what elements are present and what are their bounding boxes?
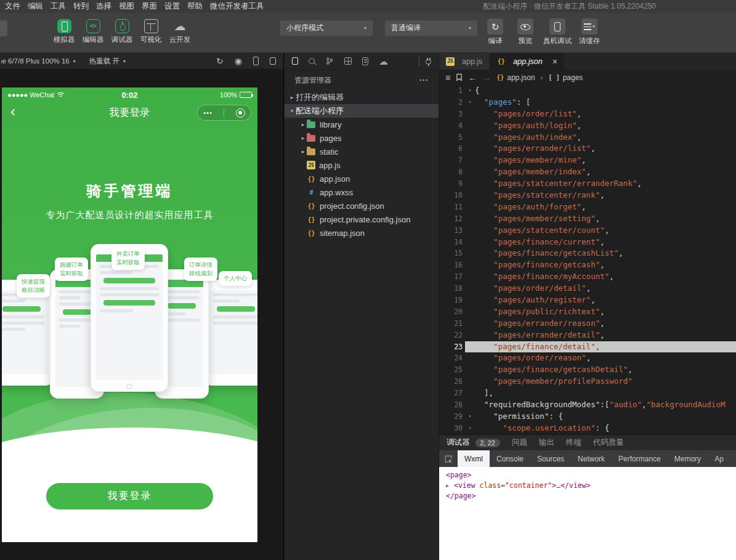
code-line[interactable]: 5 "pages/auth/index", <box>439 132 736 144</box>
menu-item[interactable]: 选择 <box>92 1 115 12</box>
capsule-menu[interactable]: ••• <box>197 105 251 121</box>
panel-tab-问题[interactable]: 问题 <box>512 437 527 448</box>
tool-debugger[interactable]: 调试器 <box>110 18 134 44</box>
plugin-icon[interactable] <box>426 58 431 64</box>
nav-back-icon[interactable]: ← <box>468 73 477 83</box>
code-line[interactable]: 2▾ "pages": [ <box>439 97 736 108</box>
menu-item[interactable]: 编辑 <box>24 1 47 12</box>
code-line[interactable]: 4 "pages/auth/login", <box>439 120 736 132</box>
screenshot-icon[interactable] <box>270 57 276 65</box>
code-line[interactable]: 20 "pages/public/richtext", <box>439 306 736 318</box>
tool-visual[interactable]: 可视化 <box>139 18 163 44</box>
tool-device-debug[interactable]: 真机调试 <box>543 18 572 46</box>
menu-item[interactable]: 文件 <box>1 1 24 12</box>
tree-section-配送端小程序[interactable]: ▾配送端小程序 <box>285 104 439 118</box>
wxml-node[interactable]: </page> <box>439 491 736 501</box>
devtools-tab-Wxml[interactable]: Wxml <box>458 450 490 467</box>
code-line[interactable]: 6 "pages/errander/list", <box>439 143 736 155</box>
device-selector[interactable]: iPhone 6/7/8 Plus 100% 16 ▾ <box>1 57 76 65</box>
code-line[interactable]: 25 "pages/finance/getcashDetail", <box>439 364 736 376</box>
menu-item[interactable]: 微信开发者工具 <box>206 1 268 12</box>
code-line[interactable]: 7 "pages/member/mine", <box>439 155 736 166</box>
code-line[interactable]: 23 "pages/finance/detail", <box>439 341 736 353</box>
devtools-tab-Memory[interactable]: Memory <box>668 450 708 467</box>
document-icon[interactable] <box>362 57 368 65</box>
expand-arrow-icon[interactable]: ▶ <box>446 481 454 491</box>
code-line[interactable]: 9 "pages/statcenter/erranderRank", <box>439 178 736 190</box>
code-line[interactable]: 22 "pages/errander/detail", <box>439 330 736 341</box>
panel-tab-终端[interactable]: 终端 <box>566 437 581 448</box>
code-line[interactable]: 28 "requiredBackgroundModes":["audio","b… <box>439 399 736 411</box>
menu-item[interactable]: 视图 <box>115 1 138 12</box>
breadcrumb-file[interactable]: app.json <box>507 73 535 82</box>
menu-item[interactable]: 界面 <box>138 1 161 12</box>
tool-compile[interactable]: ↻编译 <box>483 18 508 46</box>
panel-tab-输出[interactable]: 输出 <box>539 437 554 448</box>
code-line[interactable]: 8 "pages/member/index", <box>439 166 736 178</box>
refresh-icon[interactable]: ↻ <box>216 57 224 65</box>
source-control-icon[interactable] <box>325 57 334 65</box>
tree-item-app.js[interactable]: JSapp.js <box>285 158 439 172</box>
login-button[interactable]: 我要登录 <box>46 483 213 509</box>
compile-mode-select[interactable]: 普通编译 ▾ <box>385 20 477 36</box>
panel-tab-代码质量[interactable]: 代码质量 <box>593 437 624 448</box>
tree-item-project.config.json[interactable]: {}project.config.json <box>285 199 439 213</box>
menu-item[interactable]: 设置 <box>161 1 184 12</box>
code-line[interactable]: 17 "pages/finance/myAccount", <box>439 271 736 283</box>
tree-item-app.json[interactable]: {}app.json <box>285 172 439 185</box>
code-line[interactable]: 19 "pages/auth/register", <box>439 294 736 306</box>
devtools-tab-Console[interactable]: Console <box>490 450 530 467</box>
code-line[interactable]: 29▾ "permission": { <box>439 411 736 423</box>
tool-simulator[interactable]: 模拟器 <box>52 18 76 44</box>
more-actions-icon[interactable]: ··· <box>419 76 429 84</box>
device-icon[interactable] <box>253 57 259 65</box>
outline-icon[interactable]: ≡ <box>445 73 450 83</box>
editor-tab-app.js[interactable]: JSapp.js <box>439 53 490 70</box>
menu-item[interactable]: 工具 <box>47 1 70 12</box>
tree-item-static[interactable]: ▸static <box>285 145 439 158</box>
layout-grid-icon[interactable] <box>344 57 352 65</box>
code-line[interactable]: 30▾ "scope.userLocation": { <box>439 423 736 434</box>
close-icon[interactable]: × <box>552 57 557 66</box>
code-line[interactable]: 12 "pages/member/setting", <box>439 213 736 225</box>
menu-item[interactable]: 转到 <box>70 1 92 12</box>
code-line[interactable]: 3 "pages/order/list", <box>439 108 736 120</box>
devtools-tab-Performance[interactable]: Performance <box>612 450 668 467</box>
code-line[interactable]: 11 "pages/auth/forget", <box>439 201 736 213</box>
devtools-tab-Ap[interactable]: Ap <box>708 450 730 467</box>
code-line[interactable]: 24 "pages/order/reason", <box>439 352 736 364</box>
tree-item-pages[interactable]: ▸pages <box>285 131 439 145</box>
code-line[interactable]: 27 ], <box>439 388 736 399</box>
code-line[interactable]: 18 "pages/order/detail", <box>439 283 736 294</box>
code-line[interactable]: 21 "pages/errander/reason", <box>439 318 736 330</box>
devtools-tab-Sources[interactable]: Sources <box>530 450 571 467</box>
code-line[interactable]: 26 "pages/member/profilePassword" <box>439 376 736 388</box>
tool-cloud[interactable]: ☁云开发 <box>168 18 192 44</box>
cloud-icon[interactable]: ☁ <box>379 57 388 66</box>
code-line[interactable]: 16 "pages/finance/getcash", <box>439 259 736 271</box>
code-line[interactable]: 13 "pages/statcenter/count", <box>439 225 736 237</box>
tool-clear-cache[interactable]: ▾清缓存 <box>577 18 602 46</box>
mode-select[interactable]: 小程序模式 ▾ <box>280 20 373 36</box>
menu-item[interactable]: 帮助 <box>184 1 206 12</box>
tree-item-app.wxss[interactable]: #app.wxss <box>285 185 439 199</box>
code-line[interactable]: 10 "pages/statcenter/rank", <box>439 190 736 201</box>
hot-reload-toggle[interactable]: 热重载 开 ▾ <box>89 57 126 66</box>
code-line[interactable]: 1▾{ <box>439 85 736 97</box>
tool-preview[interactable]: 预览 <box>513 18 538 46</box>
back-button[interactable]: ‹ <box>10 101 15 122</box>
bookmark-icon[interactable] <box>456 73 463 81</box>
breadcrumb-symbol[interactable]: pages <box>563 73 583 82</box>
wxml-node[interactable]: ▶<view class="container">…</view> <box>439 481 736 491</box>
wxml-node[interactable]: <page> <box>439 470 736 481</box>
tree-item-library[interactable]: ▸library <box>285 118 439 131</box>
tree-section-打开的编辑器[interactable]: ▸打开的编辑器 <box>285 91 439 104</box>
tree-item-project.private.config.json[interactable]: {}project.private.config.json <box>285 213 439 226</box>
tree-item-sitemap.json[interactable]: {}sitemap.json <box>285 226 439 240</box>
record-icon[interactable]: ◉ <box>235 57 242 65</box>
code-line[interactable]: 14 "pages/finance/current", <box>439 237 736 248</box>
code-editor[interactable]: 1▾{2▾ "pages": [3 "pages/order/list",4 "… <box>439 85 736 434</box>
search-icon[interactable] <box>309 58 315 64</box>
editor-tab-app.json[interactable]: {}app.json× <box>490 53 564 70</box>
tool-editor[interactable]: </>编辑器 <box>81 18 105 44</box>
